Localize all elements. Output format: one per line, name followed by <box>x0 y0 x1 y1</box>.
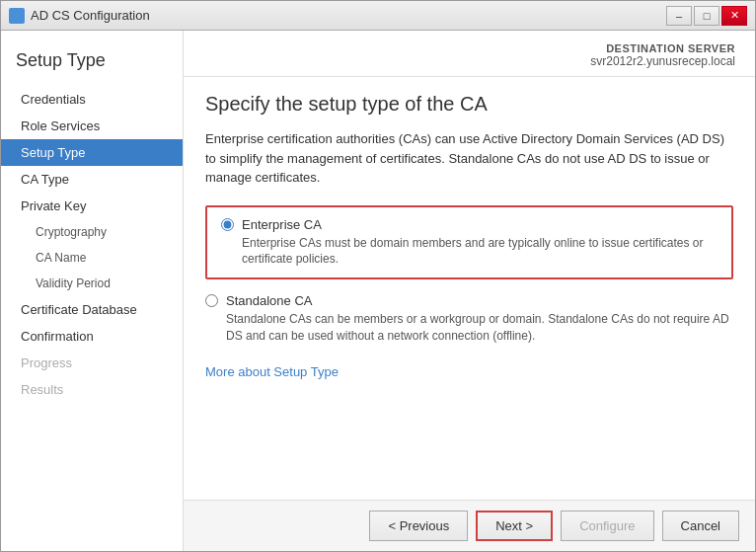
previous-button[interactable]: < Previous <box>369 511 468 541</box>
window-controls: – □ ✕ <box>666 6 747 26</box>
sidebar-title: Setup Type <box>1 40 183 86</box>
title-bar-left: AD CS Configuration <box>9 8 150 24</box>
main-window: AD CS Configuration – □ ✕ Setup Type Cre… <box>0 0 756 552</box>
standalone-ca-description: Standalone CAs can be members or a workg… <box>226 311 733 345</box>
server-info: DESTINATION SERVER svr2012r2.yunusrecep.… <box>590 42 735 68</box>
enterprise-ca-description: Enterprise CAs must be domain members an… <box>242 235 718 269</box>
enterprise-ca-label: Enterprise CA <box>242 217 718 232</box>
sidebar: Setup Type Credentials Role Services Set… <box>1 31 184 551</box>
window-title: AD CS Configuration <box>31 8 150 23</box>
maximize-button[interactable]: □ <box>694 6 719 26</box>
cancel-button[interactable]: Cancel <box>662 511 739 541</box>
minimize-button[interactable]: – <box>666 6 692 26</box>
standalone-ca-label: Standalone CA <box>226 293 733 308</box>
sidebar-item-private-key[interactable]: Private Key <box>1 193 183 219</box>
standalone-ca-radio-row[interactable]: Standalone CA Standalone CAs can be memb… <box>205 293 733 345</box>
sidebar-item-results: Results <box>1 376 183 403</box>
sidebar-item-credentials[interactable]: Credentials <box>1 86 183 113</box>
standalone-ca-option[interactable]: Standalone CA Standalone CAs can be memb… <box>205 293 733 345</box>
title-bar: AD CS Configuration – □ ✕ <box>1 1 755 31</box>
enterprise-ca-radio[interactable] <box>221 218 234 231</box>
server-label: DESTINATION SERVER <box>590 42 735 54</box>
server-name: svr2012r2.yunusrecep.local <box>590 54 735 68</box>
app-icon <box>9 8 25 24</box>
standalone-ca-label-group: Standalone CA Standalone CAs can be memb… <box>226 293 733 345</box>
description-text: Enterprise certification authorities (CA… <box>205 129 733 188</box>
content-panel: DESTINATION SERVER svr2012r2.yunusrecep.… <box>184 31 755 551</box>
sidebar-item-setup-type[interactable]: Setup Type <box>1 139 183 166</box>
sidebar-item-progress: Progress <box>1 350 183 376</box>
sidebar-item-cert-database[interactable]: Certificate Database <box>1 296 183 323</box>
sidebar-item-role-services[interactable]: Role Services <box>1 113 183 139</box>
sidebar-item-confirmation[interactable]: Confirmation <box>1 323 183 350</box>
sidebar-item-cryptography[interactable]: Cryptography <box>1 219 183 245</box>
sidebar-item-validity-period[interactable]: Validity Period <box>1 271 183 296</box>
enterprise-ca-option-box: Enterprise CA Enterprise CAs must be dom… <box>205 205 733 280</box>
content-title: Specify the setup type of the CA <box>205 93 733 116</box>
sidebar-item-ca-type[interactable]: CA Type <box>1 166 183 193</box>
enterprise-ca-label-group: Enterprise CA Enterprise CAs must be dom… <box>242 217 718 269</box>
main-area: Setup Type Credentials Role Services Set… <box>1 31 755 551</box>
footer: < Previous Next > Configure Cancel <box>184 500 755 551</box>
close-button[interactable]: ✕ <box>721 6 747 26</box>
configure-button: Configure <box>561 511 653 541</box>
next-button[interactable]: Next > <box>476 511 553 541</box>
enterprise-ca-option[interactable]: Enterprise CA Enterprise CAs must be dom… <box>221 217 718 269</box>
more-link[interactable]: More about Setup Type <box>205 364 339 379</box>
standalone-ca-radio[interactable] <box>205 294 218 307</box>
content-header: DESTINATION SERVER svr2012r2.yunusrecep.… <box>184 31 755 77</box>
content-body: Specify the setup type of the CA Enterpr… <box>184 77 755 500</box>
sidebar-item-ca-name[interactable]: CA Name <box>1 245 183 271</box>
